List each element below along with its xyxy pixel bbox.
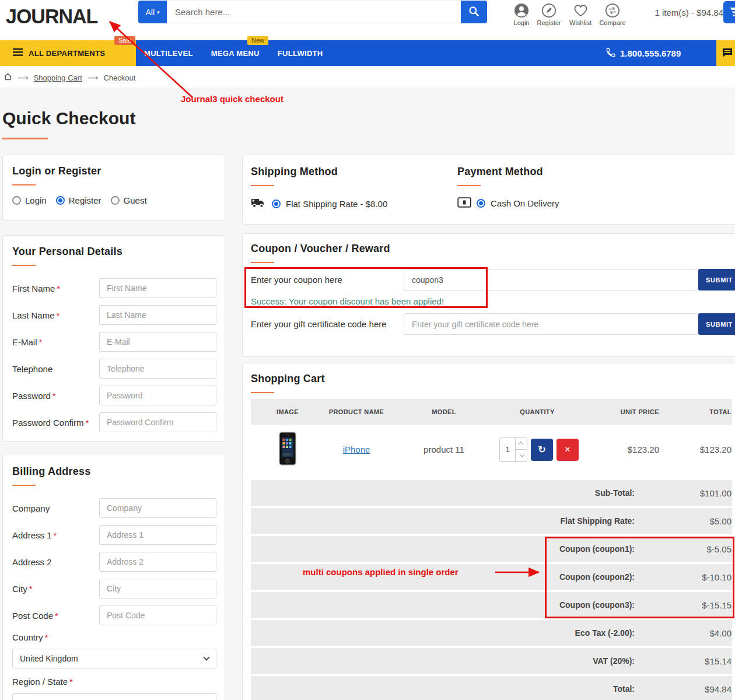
radio-login[interactable]: Login: [12, 195, 47, 205]
nav-item-fullwidth[interactable]: FULLWIDTH: [278, 49, 323, 58]
product-image[interactable]: [251, 431, 324, 468]
address2-row: Address 2: [12, 552, 215, 572]
quantity-down-button[interactable]: [516, 449, 527, 461]
search-category-dropdown[interactable]: All ▾: [138, 1, 167, 23]
search-input[interactable]: [167, 1, 461, 23]
last-name-field[interactable]: [99, 305, 216, 325]
sale-badge: Sale: [114, 36, 135, 45]
search-icon: [468, 6, 480, 19]
radio-circle-icon[interactable]: [477, 199, 485, 208]
postcode-row: Post Code*: [12, 606, 215, 625]
blog-icon: [722, 48, 733, 59]
breadcrumb: ⟶ Shopping Cart ⟶ Checkout: [4, 72, 135, 83]
heading-underline: [251, 262, 274, 263]
nav-item-mega-menu[interactable]: MEGA MENU: [211, 49, 260, 58]
company-label: Company: [12, 503, 99, 513]
password-label: Password*: [12, 391, 99, 401]
payment-method-section: Payment Method Cash On Delivery: [457, 166, 559, 209]
coupon-submit-button[interactable]: SUBMIT: [698, 269, 735, 290]
product-name-link[interactable]: iPhone: [343, 444, 370, 454]
password-confirm-row: Password Confirm*: [12, 412, 215, 432]
cart-icon: [729, 6, 735, 19]
last-name-row: Last Name*: [12, 305, 215, 325]
phone-icon: [606, 47, 616, 60]
address1-field[interactable]: [99, 525, 216, 545]
header-compare[interactable]: Compare: [597, 2, 628, 26]
address2-field[interactable]: [99, 552, 216, 572]
gift-certificate-input[interactable]: [404, 313, 698, 335]
coupon-input[interactable]: [404, 269, 698, 290]
radio-circle-icon[interactable]: [272, 200, 281, 208]
radio-register-label: Register: [69, 195, 102, 205]
close-icon: ✕: [565, 445, 571, 454]
cart-button[interactable]: [723, 1, 735, 23]
radio-circle-icon: [12, 196, 21, 205]
shipping-option-label: Flat Shipping Rate - $8.00: [286, 199, 387, 209]
first-name-row: First Name*: [12, 278, 215, 298]
new-badge: New: [247, 36, 268, 45]
gift-submit-button[interactable]: SUBMIT: [698, 313, 735, 335]
nav-item-multilevel[interactable]: MULTILEVEL: [144, 49, 193, 58]
header-wishlist-label: Wishlist: [569, 19, 592, 26]
email-field[interactable]: [99, 332, 216, 352]
header-login-label: Login: [514, 19, 530, 26]
header-wishlist[interactable]: Wishlist: [565, 2, 596, 26]
col-unit-price: UNIT PRICE: [575, 408, 666, 415]
header-register[interactable]: Register: [533, 2, 565, 26]
password-confirm-field[interactable]: [99, 412, 216, 432]
gift-certificate-label: Enter your gift certificate code here: [251, 319, 387, 329]
postcode-label: Post Code*: [12, 611, 99, 621]
cart-table-header: IMAGE PRODUCT NAME MODEL QUANTITY UNIT P…: [251, 399, 732, 425]
radio-register[interactable]: Register: [56, 195, 102, 205]
total-row-vat: VAT (20%):$15.14: [251, 648, 732, 674]
cart-summary[interactable]: 1 item(s) - $94.84: [654, 8, 723, 18]
company-field[interactable]: [99, 498, 216, 518]
header-register-label: Register: [537, 19, 561, 26]
billing-address-panel: Billing Address Company Address 1* Addre…: [2, 454, 225, 700]
quantity-up-button[interactable]: [516, 438, 527, 450]
main-navbar: ALL DEPARTMENTS MULTILEVEL MEGA MENU FUL…: [0, 40, 735, 66]
product-model: product 11: [388, 444, 499, 454]
telephone-field[interactable]: [99, 359, 216, 379]
header-login[interactable]: Login: [506, 2, 537, 26]
home-icon[interactable]: [4, 72, 12, 83]
radio-guest[interactable]: Guest: [111, 195, 147, 205]
password-confirm-label: Password Confirm*: [12, 418, 99, 428]
personal-details-panel: Your Personal Details First Name* Last N…: [2, 235, 225, 442]
all-departments-label: ALL DEPARTMENTS: [29, 49, 105, 58]
blog-link[interactable]: BLOG: [716, 40, 735, 66]
breadcrumb-arrow-icon: ⟶: [88, 74, 99, 82]
total-row-coupon1: Coupon (coupon1):$-5.05: [251, 536, 732, 562]
total-row-subtotal: Sub-Total:$101.00: [251, 480, 732, 506]
total-row-shipping: Flat Shipping Rate:$5.00: [251, 508, 732, 534]
col-image: IMAGE: [251, 408, 324, 415]
search-button[interactable]: [461, 1, 487, 23]
region-select[interactable]: [12, 693, 216, 700]
country-select[interactable]: United Kingdom: [12, 649, 216, 668]
phone-link[interactable]: 1.800.555.6789: [606, 40, 681, 66]
quantity-input[interactable]: [500, 438, 515, 461]
first-name-field[interactable]: [99, 278, 216, 298]
breadcrumb-shopping-cart[interactable]: Shopping Cart: [34, 74, 82, 82]
title-underline: [2, 138, 48, 139]
search-bar: All ▾: [138, 1, 487, 23]
telephone-label: Telephone: [12, 364, 99, 374]
quick-checkout-page: JOURNAL All ▾ Login Register Wishlist: [0, 0, 735, 700]
city-field[interactable]: [99, 579, 216, 598]
coupon-panel: Coupon / Voucher / Reward Enter your cou…: [242, 233, 735, 357]
hamburger-icon: [13, 48, 23, 58]
country-label: Country*: [12, 632, 215, 642]
address1-label: Address 1*: [12, 530, 99, 540]
nav-menu: MULTILEVEL MEGA MENU FULLWIDTH: [144, 40, 323, 66]
password-field[interactable]: [99, 386, 216, 405]
address2-label: Address 2: [12, 557, 99, 567]
methods-panel: Shipping Method Flat Shipping Rate - $8.…: [242, 155, 735, 225]
coupon-label: Enter your coupon here: [251, 275, 342, 285]
col-quantity: QUANTITY: [499, 408, 575, 415]
update-quantity-button[interactable]: ↻: [531, 439, 553, 461]
email-row: E-Mail*: [12, 332, 215, 352]
region-label: Region / State*: [12, 677, 215, 687]
journal-logo[interactable]: JOURNAL: [6, 4, 97, 28]
heading-underline: [251, 185, 274, 186]
postcode-field[interactable]: [99, 606, 216, 625]
